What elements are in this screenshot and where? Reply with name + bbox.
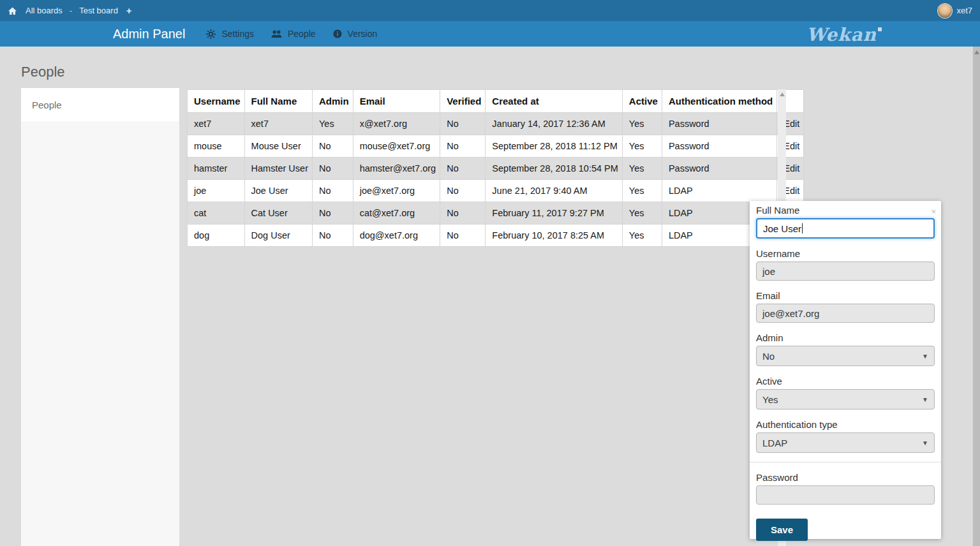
table-row: xet7 xet7 Yes x@xet7.org No January 14, … (188, 113, 804, 135)
wekan-logo: Wekan (806, 22, 882, 47)
auth-type-label: Authentication type (756, 419, 935, 430)
info-icon (333, 29, 342, 38)
chevron-down-icon: ▼ (922, 439, 928, 446)
col-created-at: Created at (486, 90, 623, 113)
logo-dot (878, 27, 882, 31)
nav-people-label: People (288, 29, 316, 39)
cell-active: Yes (622, 135, 662, 158)
full-name-input[interactable]: Joe User (756, 218, 935, 239)
panel-divider (750, 462, 941, 462)
breadcrumb-all-boards[interactable]: All boards (26, 6, 63, 15)
sidebar-item-people[interactable]: People (21, 88, 179, 121)
cell-username: hamster (188, 158, 245, 180)
cell-verified: No (440, 225, 486, 247)
col-email: Email (353, 90, 440, 113)
nav-settings-label: Settings (221, 29, 254, 39)
cell-fullname: Mouse User (244, 135, 312, 158)
active-select[interactable]: Yes ▼ (756, 389, 935, 410)
cell-username: mouse (188, 135, 245, 158)
cell-auth-method: LDAP (662, 180, 776, 202)
sidebar: People (21, 88, 179, 546)
section-heading: People (21, 64, 65, 80)
cell-fullname: Dog User (244, 225, 312, 247)
cell-fullname: Joe User (244, 180, 312, 202)
breadcrumb-separator: - (68, 6, 73, 15)
text-caret (802, 223, 803, 233)
table-header-row: Username Full Name Admin Email Verified … (188, 90, 804, 113)
cell-email: x@xet7.org (353, 113, 440, 135)
admin-nav: Settings People Version (206, 29, 377, 39)
cell-fullname: xet7 (244, 113, 312, 135)
col-auth-method: Authentication method (662, 90, 776, 113)
nav-version-label: Version (348, 29, 378, 39)
cell-admin: No (312, 135, 353, 158)
cell-created-at: September 28, 2018 10:54 PM (486, 158, 623, 180)
email-label: Email (756, 290, 935, 301)
header-user[interactable]: xet7 (938, 4, 972, 18)
sidebar-item-label: People (32, 100, 62, 110)
window-scrollbar[interactable] (972, 47, 980, 546)
page-title: Admin Panel (113, 27, 185, 41)
cell-active: Yes (622, 158, 662, 180)
breadcrumb-board[interactable]: Test board (79, 6, 118, 15)
col-active: Active (622, 90, 662, 113)
email-input: joe@xet7.org (756, 304, 935, 323)
edit-user-panel: × Full Name Joe User Username joe Email … (750, 201, 941, 539)
cell-created-at: September 28, 2018 11:12 PM (486, 135, 623, 158)
cell-active: Yes (622, 180, 662, 202)
table-row: cat Cat User No cat@xet7.org No February… (188, 202, 804, 225)
cell-created-at: June 21, 2017 9:40 AM (486, 180, 623, 202)
admin-select[interactable]: No ▼ (756, 346, 935, 366)
admin-label: Admin (756, 332, 935, 343)
active-label: Active (756, 376, 935, 387)
auth-type-select[interactable]: LDAP ▼ (756, 432, 935, 453)
col-username: Username (188, 90, 245, 113)
cell-admin: Yes (312, 113, 353, 135)
scroll-up-icon[interactable] (780, 92, 785, 96)
save-button[interactable]: Save (756, 519, 808, 541)
nav-version[interactable]: Version (333, 29, 378, 39)
cell-username: dog (188, 225, 245, 247)
chevron-down-icon: ▼ (922, 353, 928, 360)
gear-icon (206, 29, 216, 39)
password-input[interactable] (756, 485, 935, 505)
breadcrumb-bar: All boards - Test board + xet7 (0, 0, 980, 21)
cell-created-at: February 11, 2017 9:27 PM (486, 202, 623, 225)
close-icon[interactable]: × (931, 207, 936, 216)
full-name-label: Full Name (756, 205, 935, 216)
cell-username: xet7 (188, 113, 245, 135)
cell-email: joe@xet7.org (353, 180, 440, 202)
chevron-down-icon: ▼ (922, 396, 928, 403)
add-board-icon[interactable]: + (126, 5, 132, 16)
cell-fullname: Cat User (244, 202, 312, 225)
table-row: joe Joe User No joe@xet7.org No June 21,… (188, 180, 804, 202)
col-admin: Admin (312, 90, 353, 113)
nav-settings[interactable]: Settings (206, 29, 254, 39)
table-row: mouse Mouse User No mouse@xet7.org No Se… (188, 135, 804, 158)
cell-verified: No (440, 180, 486, 202)
cell-admin: No (312, 225, 353, 247)
cell-created-at: February 10, 2017 8:25 AM (486, 225, 623, 247)
people-table: Username Full Name Admin Email Verified … (187, 89, 804, 247)
cell-admin: No (312, 158, 353, 180)
cell-username: cat (188, 202, 245, 225)
cell-active: Yes (622, 225, 662, 247)
home-icon[interactable] (8, 6, 17, 15)
cell-admin: No (312, 180, 353, 202)
nav-people[interactable]: People (271, 29, 316, 39)
col-fullname: Full Name (244, 90, 312, 113)
cell-verified: No (440, 113, 486, 135)
table-row: dog Dog User No dog@xet7.org No February… (188, 225, 804, 247)
username-label: Username (756, 248, 935, 259)
avatar[interactable] (938, 4, 952, 18)
cell-email: cat@xet7.org (353, 202, 440, 225)
scroll-up-icon[interactable] (974, 50, 979, 54)
cell-email: hamster@xet7.org (353, 158, 440, 180)
cell-verified: No (440, 135, 486, 158)
cell-verified: No (440, 158, 486, 180)
header-username: xet7 (956, 6, 972, 15)
cell-verified: No (440, 202, 486, 225)
cell-active: Yes (622, 202, 662, 225)
cell-active: Yes (622, 113, 662, 135)
username-input: joe (756, 262, 935, 281)
